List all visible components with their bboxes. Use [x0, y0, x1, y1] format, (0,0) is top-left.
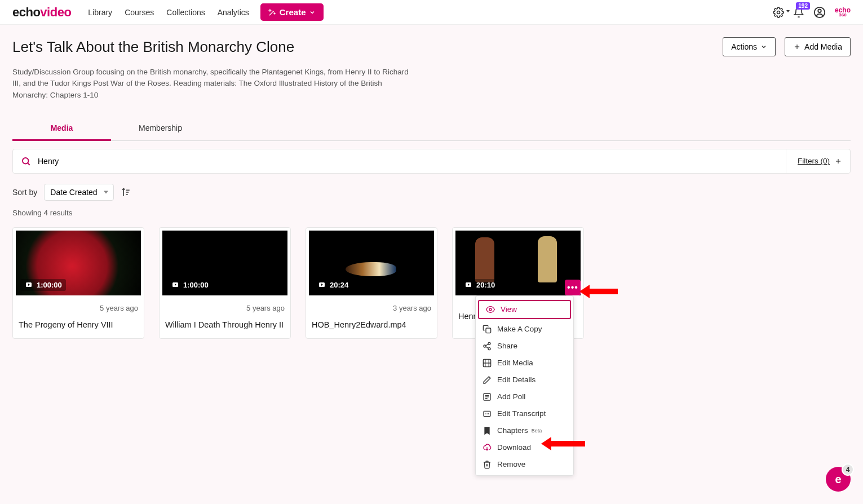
svg-point-5	[23, 158, 29, 164]
thumbnail: 1:00:00	[162, 231, 287, 295]
menu-edit-details[interactable]: Edit Details	[476, 372, 573, 388]
float-logo: e	[835, 473, 841, 486]
menu-edit-media[interactable]: Edit Media	[476, 355, 573, 372]
menu-edit-transcript-label: Edit Transcript	[497, 409, 546, 418]
menu-view-label: View	[501, 305, 517, 313]
media-card[interactable]: 20:10 ••• Henry View Make A Copy	[452, 227, 584, 339]
thumbnail: 20:24	[309, 231, 434, 295]
time-ago: 5 years ago	[165, 304, 285, 312]
echo360-logo[interactable]: echo 360	[835, 7, 851, 17]
time-ago: 3 years ago	[312, 304, 431, 312]
nav-library[interactable]: Library	[88, 8, 112, 17]
duration-badge: 1:00:00	[167, 279, 213, 291]
actions-button[interactable]: Actions	[723, 37, 776, 56]
sort-select[interactable]: Date Created	[44, 184, 114, 201]
card-title: William I Death Through Henry II	[165, 320, 285, 329]
film-icon	[483, 359, 492, 368]
ellipsis-icon: •••	[567, 282, 578, 293]
wand-icon	[268, 8, 276, 16]
annotation-arrow-2	[541, 437, 585, 450]
logo-part2: video	[40, 5, 71, 19]
beta-badge: Beta	[532, 428, 542, 434]
sort-direction-icon[interactable]	[121, 187, 131, 197]
menu-add-poll-label: Add Poll	[497, 392, 525, 401]
svg-point-20	[484, 345, 486, 347]
page-description: Study/Discussion Group focusing on the B…	[12, 67, 418, 101]
play-icon	[317, 281, 326, 288]
nav-analytics[interactable]: Analytics	[218, 8, 249, 17]
svg-rect-18	[486, 328, 491, 333]
menu-edit-media-label: Edit Media	[497, 359, 533, 367]
notifications-icon[interactable]: 192	[793, 7, 804, 18]
add-media-label: Add Media	[804, 42, 842, 51]
menu-copy-label: Make A Copy	[497, 325, 542, 333]
play-icon	[24, 281, 33, 288]
tab-membership[interactable]: Membership	[111, 117, 210, 140]
notification-badge: 192	[796, 2, 810, 10]
title-actions: Actions Add Media	[723, 37, 851, 56]
nav-courses[interactable]: Courses	[125, 8, 154, 17]
account-icon[interactable]	[813, 6, 826, 19]
title-row: Let's Talk About the British Monarchy Cl…	[12, 37, 851, 56]
settings-icon[interactable]	[773, 7, 784, 18]
media-grid: 1:00:00 5 years ago The Progeny of Henry…	[12, 227, 851, 339]
download-icon	[483, 443, 492, 452]
thumbnail: 20:10 •••	[455, 231, 581, 295]
transcript-icon	[483, 409, 492, 418]
chevron-down-icon	[760, 43, 767, 50]
sort-label: Sort by	[12, 188, 37, 197]
menu-chapters-label: Chapters	[497, 426, 528, 435]
time-ago: 5 years ago	[19, 304, 138, 312]
pencil-icon	[483, 375, 492, 384]
svg-point-21	[488, 347, 490, 350]
duration-badge: 20:24	[313, 279, 352, 291]
media-card[interactable]: 20:24 3 years ago HOB_Henry2Edward.mp4	[306, 227, 437, 339]
search-input[interactable]	[38, 157, 786, 166]
menu-remove-label: Remove	[497, 460, 525, 468]
card-title: HOB_Henry2Edward.mp4	[312, 320, 431, 329]
annotation-arrow-1	[579, 285, 618, 298]
media-card[interactable]: 1:00:00 5 years ago The Progeny of Henry…	[12, 227, 144, 339]
poll-icon	[483, 392, 492, 401]
tab-media[interactable]: Media	[12, 117, 111, 141]
plus-icon	[793, 43, 801, 51]
svg-line-6	[28, 163, 29, 165]
duration-text: 1:00:00	[183, 281, 209, 289]
trash-icon	[483, 460, 492, 469]
float-count: 4	[842, 463, 854, 476]
tabs: Media Membership	[12, 117, 851, 141]
menu-download-label: Download	[497, 443, 531, 452]
create-label: Create	[280, 7, 306, 17]
duration-text: 20:24	[330, 281, 348, 289]
duration-badge: 1:00:00	[20, 279, 66, 291]
menu-edit-transcript[interactable]: Edit Transcript	[476, 405, 573, 422]
duration-text: 1:00:00	[37, 281, 62, 289]
menu-make-copy[interactable]: Make A Copy	[476, 321, 573, 338]
menu-remove[interactable]: Remove	[476, 456, 573, 473]
svg-line-22	[486, 344, 489, 346]
share-icon	[483, 342, 492, 351]
menu-edit-details-label: Edit Details	[497, 375, 535, 384]
add-media-button[interactable]: Add Media	[785, 37, 851, 56]
sort-select-wrap: Date Created	[44, 184, 114, 201]
card-body: 3 years ago HOB_Henry2Edward.mp4	[306, 298, 437, 338]
logo[interactable]: echovideo	[12, 5, 71, 20]
actions-label: Actions	[731, 42, 757, 51]
play-icon	[171, 281, 180, 288]
search-bar: Filters (0)	[12, 149, 851, 174]
create-button[interactable]: Create	[260, 3, 324, 21]
bookmark-icon	[483, 426, 492, 435]
menu-share-label: Share	[497, 342, 517, 350]
floating-help-button[interactable]: e 4	[826, 467, 851, 492]
svg-point-2	[818, 9, 821, 12]
media-card[interactable]: 1:00:00 5 years ago William I Death Thro…	[159, 227, 291, 339]
menu-view[interactable]: View	[478, 300, 571, 319]
topbar-right: 192 echo 360	[773, 6, 851, 19]
filters-button[interactable]: Filters (0)	[798, 157, 830, 165]
nav-collections[interactable]: Collections	[166, 8, 205, 17]
caret-icon	[786, 10, 790, 12]
menu-share[interactable]: Share	[476, 338, 573, 355]
plus-icon[interactable]	[834, 157, 842, 165]
menu-add-poll[interactable]: Add Poll	[476, 388, 573, 405]
more-options-button[interactable]: •••	[565, 280, 581, 295]
